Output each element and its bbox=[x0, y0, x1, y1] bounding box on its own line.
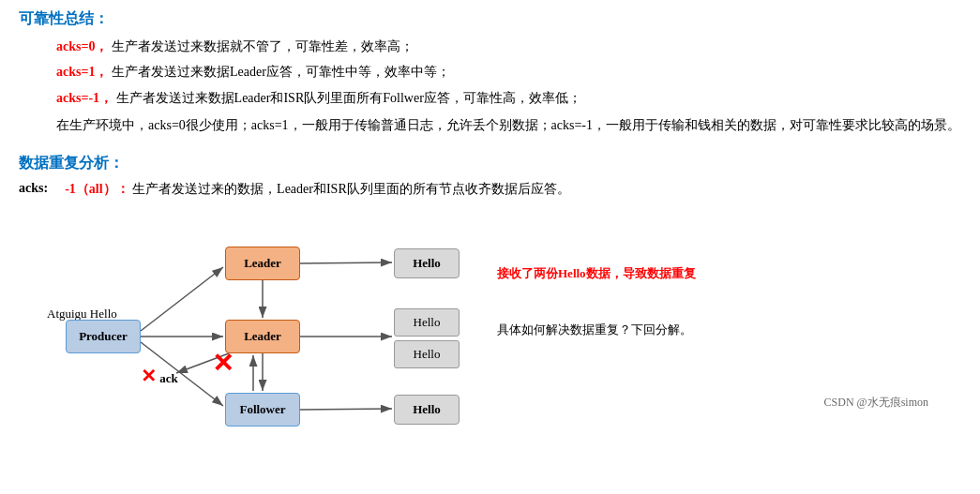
reliability-item-3: acks=-1， 生产者发送过来数据Leader和ISR队列里面所有Follwe… bbox=[56, 88, 961, 109]
annotation-red: 接收了两份Hello数据，导致数据重复 bbox=[497, 265, 778, 282]
ack-label: ✕ ack bbox=[141, 365, 178, 387]
acks-desc: 生产者发送过来的数据，Leader和ISR队列里面的所有节点收齐数据后应答。 bbox=[132, 181, 570, 198]
acks1-key: acks=1， bbox=[56, 65, 108, 79]
svg-line-6 bbox=[300, 409, 392, 410]
hello-node-3: Hello bbox=[394, 340, 460, 368]
reliability-item-2: acks=1， 生产者发送过来数据Leader应答，可靠性中等，效率中等； bbox=[56, 62, 961, 82]
acksneg1-text: 生产者发送过来数据Leader和ISR队列里面所有Follwer应答，可靠性高，… bbox=[116, 91, 581, 105]
hello-node-2: Hello bbox=[394, 308, 460, 337]
leader-mid-node: Leader bbox=[225, 320, 300, 353]
acks1-text: 生产者发送过来数据Leader应答，可靠性中等，效率中等； bbox=[112, 65, 450, 79]
follower-node: Follower bbox=[225, 393, 300, 427]
diagram-container: Atguigu Hello Producer Leader Leader ✕ F… bbox=[19, 209, 938, 415]
reliability-item-1: acks=0， 生产者发送过来数据就不管了，可靠性差，效率高； bbox=[56, 37, 961, 57]
watermark: CSDN @水无痕simon bbox=[824, 395, 928, 411]
annotation-black: 具体如何解决数据重复？下回分解。 bbox=[497, 322, 778, 338]
svg-line-4 bbox=[300, 262, 392, 263]
acks-line: acks: -1（all）： 生产者发送过来的数据，Leader和ISR队列里面… bbox=[19, 181, 961, 198]
hello-node-1: Hello bbox=[394, 248, 460, 278]
data-analysis-section: 数据重复分析： acks: -1（all）： 生产者发送过来的数据，Leader… bbox=[19, 154, 961, 415]
reliability-title: 可靠性总结： bbox=[19, 9, 961, 29]
svg-line-1 bbox=[141, 267, 223, 331]
leader-top-node: Leader bbox=[225, 247, 300, 280]
env-note: 在生产环境中，acks=0很少使用；acks=1，一般用于传输普通日志，允许丢个… bbox=[56, 114, 961, 137]
hello-node-bottom: Hello bbox=[394, 395, 460, 425]
acks-label: acks: bbox=[19, 181, 48, 196]
producer-node: Producer bbox=[66, 320, 141, 353]
acksneg1-key: acks=-1， bbox=[56, 91, 113, 105]
data-analysis-title: 数据重复分析： bbox=[19, 154, 961, 173]
reliability-section: 可靠性总结： acks=0， 生产者发送过来数据就不管了，可靠性差，效率高； a… bbox=[19, 9, 961, 137]
x-mark-icon: ✕ bbox=[212, 348, 234, 379]
acks-value: -1（all）： bbox=[65, 181, 128, 198]
acks0-text: 生产者发送过来数据就不管了，可靠性差，效率高； bbox=[112, 39, 414, 53]
hello-stack: Hello Hello bbox=[394, 308, 460, 368]
acks0-key: acks=0， bbox=[56, 39, 108, 53]
